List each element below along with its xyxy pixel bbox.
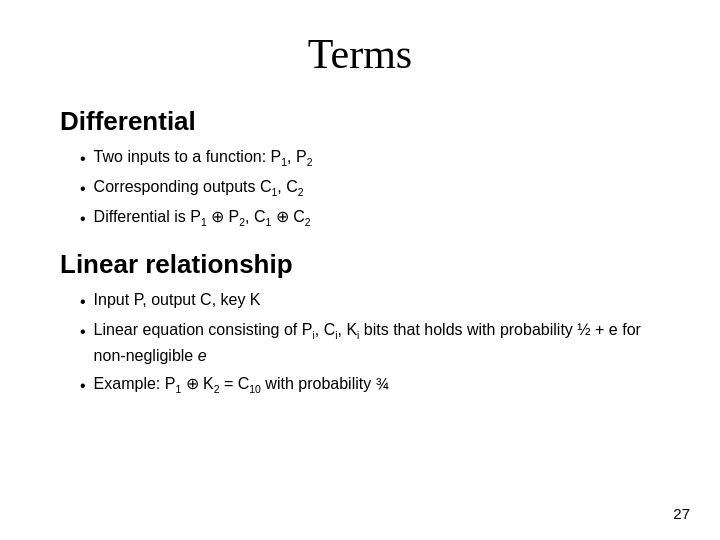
bullet-text: Two inputs to a function: P1, P2 (94, 145, 660, 171)
bullet-icon: • (80, 320, 86, 344)
bullet-icon: • (80, 177, 86, 201)
bullet-text: Differential is P1 ⊕ P2, C1 ⊕ C2 (94, 205, 660, 231)
bullet-list-differential: • Two inputs to a function: P1, P2 • Cor… (80, 145, 660, 231)
bullet-icon: • (80, 207, 86, 231)
list-item: • Two inputs to a function: P1, P2 (80, 145, 660, 171)
bullet-text: Corresponding outputs C1, C2 (94, 175, 660, 201)
bullet-icon: • (80, 290, 86, 314)
bullet-icon: • (80, 374, 86, 398)
bullet-text: Input P, output C, key K (94, 288, 660, 312)
list-item: • Input P, output C, key K (80, 288, 660, 314)
bullet-list-linear: • Input P, output C, key K • Linear equa… (80, 288, 660, 398)
list-item: • Linear equation consisting of Pi, Ci, … (80, 318, 660, 368)
bullet-icon: • (80, 147, 86, 171)
bullet-text: Example: P1 ⊕ K2 = C10 with probability … (94, 372, 660, 398)
section-linear-relationship: Linear relationship • Input P, output C,… (60, 249, 660, 398)
section-differential: Differential • Two inputs to a function:… (60, 106, 660, 231)
list-item: • Example: P1 ⊕ K2 = C10 with probabilit… (80, 372, 660, 398)
list-item: • Differential is P1 ⊕ P2, C1 ⊕ C2 (80, 205, 660, 231)
bullet-text: Linear equation consisting of Pi, Ci, Ki… (94, 318, 660, 368)
section-heading-linear: Linear relationship (60, 249, 660, 280)
page-number: 27 (673, 505, 690, 522)
slide-container: Terms Differential • Two inputs to a fun… (0, 0, 720, 540)
list-item: • Corresponding outputs C1, C2 (80, 175, 660, 201)
section-heading-differential: Differential (60, 106, 660, 137)
slide-title: Terms (60, 30, 660, 78)
